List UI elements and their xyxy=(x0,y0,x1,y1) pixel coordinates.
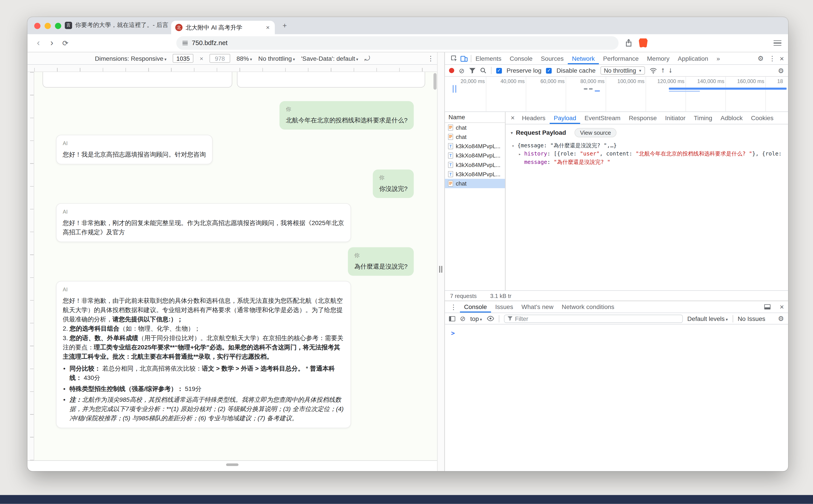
panel-tab-elements[interactable]: Elements xyxy=(471,52,505,64)
forward-icon[interactable]: › xyxy=(48,39,56,47)
name-column-header[interactable]: Name xyxy=(445,112,505,123)
network-request-row[interactable]: Tk3kXo84MPvpL... xyxy=(445,151,505,160)
reload-icon[interactable]: ⟳ xyxy=(61,39,70,47)
detail-tab-eventstream[interactable]: EventStream xyxy=(580,112,625,124)
panel-tab-performance[interactable]: Performance xyxy=(599,52,643,64)
close-detail-icon[interactable]: × xyxy=(508,114,518,122)
network-request-row[interactable]: chat xyxy=(445,123,505,132)
log-levels-select[interactable]: Default levels▾ xyxy=(687,315,728,322)
filter-icon[interactable] xyxy=(469,68,475,73)
page-scrollbar[interactable] xyxy=(433,73,437,90)
panel-tab-application[interactable]: Application xyxy=(674,52,712,64)
text-run: 注： xyxy=(69,396,82,403)
minimize-window-button[interactable] xyxy=(45,23,51,29)
console-clear-icon[interactable]: ⊘ xyxy=(460,315,466,322)
viewport-height-input[interactable] xyxy=(209,54,230,63)
payload-line[interactable]: message: "為什麼還是沒說完? " xyxy=(511,158,783,166)
panel-tab-network[interactable]: Network xyxy=(568,52,599,64)
device-toolbar-icon[interactable] xyxy=(460,55,468,62)
vertical-ruler xyxy=(27,72,34,460)
disclosure-icon[interactable]: ▾ xyxy=(512,142,517,150)
dimensions-select[interactable]: Dimensions: Responsive▾ xyxy=(95,55,166,62)
console-sidebar-icon[interactable] xyxy=(449,316,455,321)
url-bar[interactable]: 750.bdfz.net xyxy=(176,36,619,50)
more-panels-icon[interactable]: » xyxy=(712,52,724,64)
drawer-close-icon[interactable]: × xyxy=(776,303,788,311)
network-throttling-select[interactable]: No throttling▾ xyxy=(600,66,645,75)
viewport-width-input[interactable] xyxy=(173,54,194,63)
tab-close-icon[interactable]: × xyxy=(265,24,271,31)
drawer-more-icon[interactable]: ⋮ xyxy=(447,303,460,311)
network-conditions-icon[interactable] xyxy=(650,68,657,73)
save-data-select[interactable]: 'Save-Data': default▾ xyxy=(301,55,358,62)
panel-tab-sources[interactable]: Sources xyxy=(537,52,568,64)
splitter-grip-icon[interactable] xyxy=(439,266,442,273)
record-icon[interactable] xyxy=(449,68,454,73)
import-har-icon[interactable]: ⭡ xyxy=(661,67,664,74)
message-paragraph: 北航今年在北京的投档线和选科要求是什么? xyxy=(286,116,408,125)
detail-tab-initiator[interactable]: Initiator xyxy=(661,112,690,124)
drawer-tab-network-conditions[interactable]: Network conditions xyxy=(558,301,619,313)
network-request-row[interactable]: Tk3kXo84MPvpL... xyxy=(445,160,505,169)
detail-tab-adblock[interactable]: Adblock xyxy=(716,112,747,124)
detail-tab-payload[interactable]: Payload xyxy=(550,112,580,124)
network-timeline[interactable]: 20,000 ms40,000 ms60,000 ms80,000 ms100,… xyxy=(445,77,788,112)
payload-line[interactable]: ▸history: [{role: "user", content: "北航今年… xyxy=(511,150,783,158)
viewport-resize-handle[interactable] xyxy=(226,463,238,466)
export-har-icon[interactable]: ⭣ xyxy=(669,67,672,74)
clear-network-icon[interactable]: ⊘ xyxy=(459,67,465,74)
console-filter-input[interactable] xyxy=(515,315,679,322)
panel-tab-console[interactable]: Console xyxy=(505,52,537,64)
payload-line[interactable]: ▾{message: "為什麼還是沒說完? ",…} xyxy=(511,142,783,150)
site-settings-icon[interactable] xyxy=(182,41,188,45)
share-icon[interactable] xyxy=(625,39,633,47)
preserve-log-checkbox[interactable]: ✓ xyxy=(496,68,502,73)
close-window-button[interactable] xyxy=(34,23,40,29)
network-settings-icon[interactable]: ⚙ xyxy=(778,67,784,74)
drawer-tab-console[interactable]: Console xyxy=(460,301,491,313)
devtools-close-icon[interactable]: × xyxy=(778,54,788,63)
device-toolbar-more-icon[interactable]: ⋮ xyxy=(427,54,434,62)
text-run: * xyxy=(304,365,310,372)
message-sender-label: AI xyxy=(63,285,344,294)
search-icon[interactable] xyxy=(480,67,486,74)
network-request-row[interactable]: chat xyxy=(445,179,505,188)
devtools-more-icon[interactable]: ⋮ xyxy=(767,54,778,62)
console-filter[interactable] xyxy=(504,314,683,323)
menu-icon[interactable] xyxy=(774,40,781,46)
device-rotate-icon[interactable]: ⤾ xyxy=(365,54,370,63)
network-request-row[interactable]: Tk3kXo84MPvpL... xyxy=(445,142,505,151)
brave-shields-icon[interactable] xyxy=(639,38,648,48)
panel-tab-memory[interactable]: Memory xyxy=(643,52,674,64)
drawer-tab-what-s-new[interactable]: What's new xyxy=(517,301,558,313)
browser-tab-inactive[interactable]: 言 你要考的大學，就在這裡了。- 后言 xyxy=(65,21,169,29)
browser-tab-active[interactable]: 北 北大附中 AI 高考升学 × xyxy=(171,21,275,34)
detail-tab-timing[interactable]: Timing xyxy=(690,112,716,124)
zoom-select[interactable]: 88%▾ xyxy=(236,55,252,62)
drawer-dock-icon[interactable] xyxy=(764,304,770,309)
network-request-row[interactable]: chat xyxy=(445,132,505,141)
live-expression-icon[interactable] xyxy=(487,316,494,321)
detail-tab-cookies[interactable]: Cookies xyxy=(747,112,777,124)
detail-tab-headers[interactable]: Headers xyxy=(518,112,550,124)
device-throttling-select[interactable]: No throttling▾ xyxy=(258,55,295,62)
detail-tab-response[interactable]: Response xyxy=(625,112,661,124)
console-body[interactable]: > xyxy=(445,324,788,471)
console-prompt-icon[interactable]: > xyxy=(451,330,455,337)
issues-counter[interactable]: No Issues xyxy=(738,315,765,322)
network-request-row[interactable]: Tk3kXo84MPvpL... xyxy=(445,169,505,179)
inspect-icon[interactable] xyxy=(450,55,458,62)
new-tab-button[interactable]: + xyxy=(283,21,287,30)
back-icon[interactable]: ‹ xyxy=(34,39,43,47)
text-run: 北航今年在北京的投档线和选科要求是什么? xyxy=(286,117,408,124)
disclosure-icon[interactable]: ▸ xyxy=(519,150,524,158)
view-source-button[interactable]: View source xyxy=(574,128,617,137)
drawer-tab-issues[interactable]: Issues xyxy=(491,301,517,313)
devtools-settings-icon[interactable]: ⚙ xyxy=(754,54,767,62)
zoom-window-button[interactable] xyxy=(55,23,61,29)
console-settings-icon[interactable]: ⚙ xyxy=(778,315,784,322)
payload-disclosure-icon[interactable]: ▾ xyxy=(511,130,513,135)
context-selector[interactable]: top▾ xyxy=(470,315,482,322)
devtools-splitter[interactable] xyxy=(437,52,445,471)
disable-cache-checkbox[interactable]: ✓ xyxy=(546,68,552,73)
